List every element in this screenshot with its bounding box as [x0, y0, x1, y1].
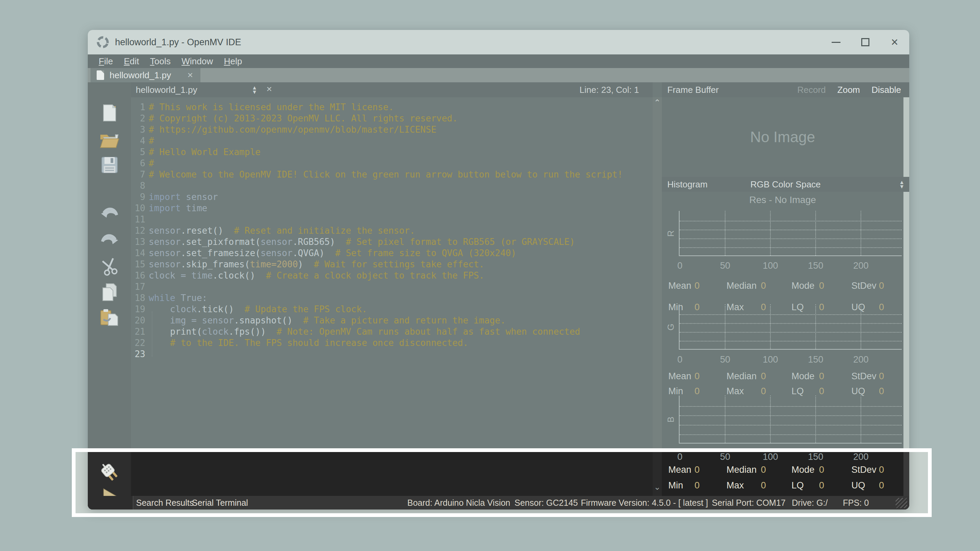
code-editor[interactable]: helloworld_1.py ▲▼ × Line: 23, Col: 1 1#… [131, 82, 653, 510]
code-line-20[interactable]: 20 img = sensor.snapshot() # Take a pict… [131, 315, 653, 326]
stat-value: 0 [695, 281, 700, 291]
axis-tick: 50 [720, 260, 730, 271]
frame-buffer-header: Frame Buffer RecordZoomDisable [662, 82, 909, 97]
colorspace-select[interactable]: RGB Color Space [662, 179, 909, 190]
code-line-9[interactable]: 9import sensor [131, 192, 653, 203]
zoom-button[interactable]: Zoom [837, 85, 860, 95]
menu-tools[interactable]: Tools [150, 56, 171, 67]
stat-label: Mode [791, 371, 815, 382]
open-file-icon [99, 131, 120, 150]
undo-button[interactable] [98, 203, 121, 225]
split-toggle-icon[interactable]: ▲▼ [252, 86, 257, 94]
stat-value: 0 [879, 465, 884, 475]
scroll-up-icon[interactable]: ⌃ [654, 98, 660, 108]
code-line-14[interactable]: 14sensor.set_framesize(sensor.QVGA) # Se… [131, 248, 653, 259]
code-line-5[interactable]: 5# Hello World Example [131, 147, 653, 158]
statusbar-field-sensor: Sensor: GC2145 [514, 496, 578, 510]
code-line-13[interactable]: 13sensor.set_pixformat(sensor.RGB565) # … [131, 237, 653, 248]
cut-button[interactable] [98, 255, 121, 278]
stat-value: 0 [819, 281, 824, 291]
axis-tick: 200 [853, 260, 869, 271]
menu-help[interactable]: Help [224, 56, 242, 67]
menu-file[interactable]: File [99, 56, 113, 67]
code-line-8[interactable]: 8 [131, 180, 653, 192]
channel-label-R: R [666, 227, 676, 240]
statusbar-tab-search-results[interactable]: Search Results [136, 496, 194, 510]
code-line-21[interactable]: 21 print(clock.fps()) # Note: OpenMV Cam… [131, 326, 653, 337]
copy-button[interactable] [98, 281, 121, 303]
desktop: helloworld_1.py - OpenMV IDE × FileEditT… [0, 0, 980, 551]
frame-buffer-panel: Frame Buffer RecordZoomDisable No Image … [662, 82, 909, 510]
disable-button[interactable]: Disable [872, 85, 901, 95]
paste-button[interactable] [98, 306, 121, 329]
stat-label: Mode [791, 281, 815, 291]
statusbar-field-firmware-version: Firmware Version: 4.5.0 - [ latest ] [581, 496, 708, 510]
frame-buffer-title: Frame Buffer [667, 85, 719, 95]
menu-edit[interactable]: Edit [124, 56, 139, 67]
axis-tick: 0 [677, 354, 682, 365]
code-line-2[interactable]: 2# Copyright (c) 2013-2023 OpenMV LLC. A… [131, 113, 653, 124]
record-button: Record [797, 85, 826, 95]
maximize-button[interactable] [851, 30, 880, 54]
axis-tick: 50 [720, 452, 730, 462]
stat-value: 0 [879, 281, 884, 291]
stat-value: 0 [761, 465, 766, 475]
stat-value: 0 [819, 386, 824, 397]
scroll-down-icon[interactable]: ⌄ [654, 482, 660, 492]
axis-tick: 0 [677, 260, 682, 271]
code-line-22[interactable]: 22 # to the IDE. The FPS should increase… [131, 337, 653, 349]
axis-tick: 50 [720, 354, 730, 365]
code-line-7[interactable]: 7# Welcome to the OpenMV IDE! Click on t… [131, 169, 653, 180]
code-line-1[interactable]: 1# This work is licensed under the MIT l… [131, 102, 653, 113]
code-line-19[interactable]: 19 clock.tick() # Update the FPS clock. [131, 304, 653, 315]
menu-window[interactable]: Window [181, 56, 213, 67]
stat-label: Mean [668, 465, 692, 475]
stat-value: 0 [819, 371, 824, 382]
axis-tick: 0 [677, 452, 682, 462]
menu-bar: FileEditToolsWindowHelp [88, 54, 909, 68]
code-line-4[interactable]: 4# [131, 135, 653, 147]
code-line-12[interactable]: 12sensor.reset() # Reset and initialize … [131, 225, 653, 237]
axis-tick: 100 [762, 260, 778, 271]
title-bar: helloworld_1.py - OpenMV IDE × [88, 30, 909, 54]
stats-row-B: Min0Max0LQ0UQ0 [662, 480, 909, 491]
stat-label: StDev [851, 371, 877, 382]
axis-tick: 100 [762, 354, 778, 365]
redo-button[interactable] [98, 229, 121, 252]
colorspace-dropdown-icon[interactable]: ▲▼ [899, 180, 904, 189]
tab-close-icon[interactable]: × [188, 70, 193, 81]
axis-tick: 150 [808, 354, 823, 365]
stat-label: UQ [851, 386, 865, 397]
axis-tick: 200 [853, 452, 869, 462]
stat-value: 0 [819, 480, 824, 491]
code-line-23[interactable]: 23 [131, 349, 653, 360]
code-line-11[interactable]: 11 [131, 214, 653, 225]
editor-close-icon[interactable]: × [266, 84, 272, 95]
stat-label: Median [727, 281, 757, 291]
stat-value: 0 [761, 386, 766, 397]
code-line-18[interactable]: 18while True: [131, 292, 653, 304]
code-line-15[interactable]: 15sensor.skip_frames(time=2000) # Wait f… [131, 259, 653, 270]
minimize-button[interactable] [821, 30, 851, 54]
redo-icon [100, 233, 119, 248]
open-file-button[interactable] [98, 129, 121, 152]
resize-grip[interactable] [896, 498, 907, 508]
stat-label: Min [668, 480, 683, 491]
close-button[interactable]: × [880, 30, 909, 54]
connect-button[interactable] [98, 461, 121, 484]
statusbar-tab-serial-terminal[interactable]: Serial Terminal [192, 496, 248, 510]
code-line-6[interactable]: 6# [131, 158, 653, 169]
code-line-17[interactable]: 17 [131, 281, 653, 292]
stat-value: 0 [695, 371, 700, 382]
code-line-16[interactable]: 16clock = time.clock() # Create a clock … [131, 270, 653, 281]
save-file-button[interactable] [98, 154, 121, 176]
new-file-button[interactable] [98, 102, 121, 124]
code-line-10[interactable]: 10import time [131, 203, 653, 214]
code-line-3[interactable]: 3# https://github.com/openmv/openmv/blob… [131, 124, 653, 135]
editor-scrollbar[interactable]: ⌃ ⌄ [653, 82, 662, 510]
tab-helloworld[interactable]: helloworld_1.py × [91, 68, 200, 82]
plug-icon [98, 460, 121, 484]
stat-label: Median [727, 371, 757, 382]
statusbar-field-drive: Drive: G:/ [792, 496, 828, 510]
stat-label: StDev [851, 465, 877, 475]
